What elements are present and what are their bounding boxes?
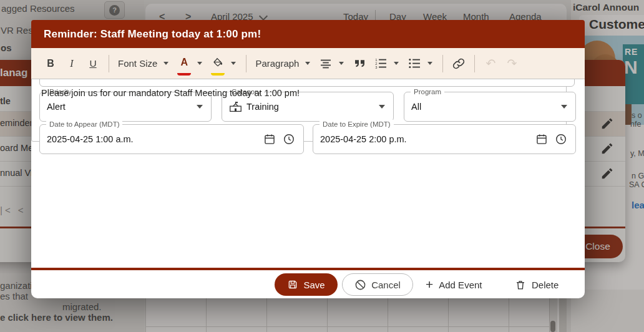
redo-button[interactable]: ↷: [505, 53, 519, 74]
toolbar-divider: [109, 55, 109, 72]
svg-text:2: 2: [375, 62, 377, 66]
align-button[interactable]: [319, 53, 333, 74]
dropdown-arrow-icon: [231, 62, 236, 65]
cancel-circle-icon: [354, 279, 366, 291]
dropdown-arrow-icon: [305, 62, 310, 65]
svg-text:1: 1: [375, 58, 378, 62]
category-value: Training: [246, 102, 279, 112]
svg-text:3: 3: [375, 66, 378, 69]
trash-icon: [515, 279, 526, 291]
modal-body: Title * Reminder: Staff Meeting today at…: [31, 48, 585, 268]
align-center-icon: [320, 59, 332, 69]
clock-icon[interactable]: [283, 133, 295, 145]
reminder-modal: Reminder: Staff Meeting today at 1:00 pm…: [31, 20, 585, 298]
numbered-list-button[interactable]: 1 2 3: [374, 53, 388, 74]
clock-icon[interactable]: [555, 133, 567, 145]
bold-button[interactable]: B: [44, 53, 57, 74]
add-event-button[interactable]: + Add Event: [426, 275, 482, 294]
screen: agged Resources ? VR Resp os < > April 2…: [0, 0, 644, 332]
toolbar-divider: [474, 55, 475, 72]
ordered-list-icon: 1 2 3: [374, 58, 388, 69]
school-icon: [229, 101, 242, 112]
dropdown-arrow-icon: [197, 105, 203, 109]
date-expire-value: 2025-04-25 2:00 p.m.: [320, 125, 407, 154]
blockquote-button[interactable]: [353, 53, 366, 74]
save-floppy-icon: [287, 279, 298, 290]
insert-link-button[interactable]: [452, 53, 466, 74]
bullet-list-button[interactable]: [407, 53, 421, 74]
toolbar-divider: [442, 55, 443, 72]
date-appear-value: 2025-04-25 1:00 a.m.: [47, 125, 134, 154]
italic-button[interactable]: I: [65, 53, 79, 74]
save-button[interactable]: Save: [275, 273, 338, 296]
editor-content[interactable]: Please join us for our mandatory Staff M…: [41, 88, 300, 98]
unordered-list-icon: [408, 58, 421, 69]
paint-bucket-icon: [212, 57, 223, 67]
paragraph-style-dropdown[interactable]: Paragraph: [255, 53, 299, 74]
modal-footer: Save Cancel + Add Event Delete: [31, 270, 585, 298]
toolbar-divider: [246, 55, 246, 72]
dropdown-arrow-icon: [427, 62, 432, 65]
modal-header: Reminder: Staff Meeting today at 1:00 pm…: [31, 20, 585, 48]
program-select[interactable]: Program All: [404, 92, 576, 122]
program-value: All: [411, 92, 421, 121]
modal-title: Reminder: Staff Meeting today at 1:00 pm…: [44, 20, 261, 48]
plus-icon: +: [426, 278, 433, 291]
editor-toolbar: B I U Font Size A: [31, 48, 585, 79]
calendar-icon[interactable]: [535, 133, 548, 145]
date-expire-field[interactable]: Date to Expire (MDT) 2025-04-25 2:00 p.m…: [313, 124, 576, 154]
calendar-icon[interactable]: [263, 133, 276, 145]
underline-button[interactable]: U: [86, 53, 100, 74]
dropdown-arrow-icon: [197, 62, 202, 65]
dropdown-arrow-icon: [339, 62, 344, 65]
font-color-button[interactable]: A: [177, 52, 191, 76]
dropdown-arrow-icon: [379, 105, 385, 109]
delete-button[interactable]: Delete: [515, 275, 559, 294]
link-icon: [452, 57, 465, 70]
dropdown-arrow-icon: [163, 62, 168, 65]
dropdown-arrow-icon: [561, 105, 567, 109]
undo-button[interactable]: ↶: [484, 53, 497, 74]
quote-icon: [354, 59, 366, 68]
cancel-button[interactable]: Cancel: [342, 273, 413, 296]
font-size-dropdown[interactable]: Font Size: [118, 53, 157, 74]
highlight-color-button[interactable]: [211, 51, 225, 76]
dropdown-arrow-icon: [394, 62, 399, 65]
date-appear-field[interactable]: Date to Appear (MDT) 2025-04-25 1:00 a.m…: [39, 124, 304, 154]
